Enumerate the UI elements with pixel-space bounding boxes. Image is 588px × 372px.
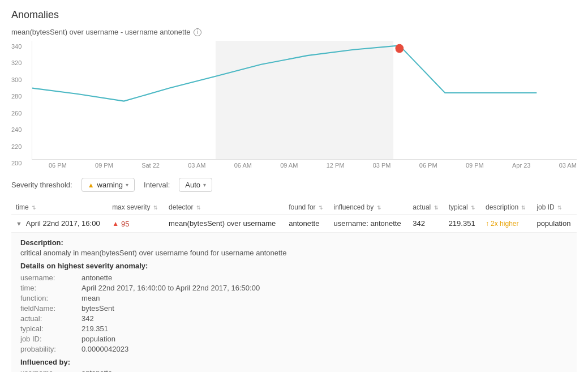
sort-icon-description: ⇅	[521, 205, 526, 211]
th-time[interactable]: time ⇅	[11, 200, 108, 215]
det-value-actual: 342	[81, 314, 568, 323]
description-content: critical anomaly in mean(bytesSent) over…	[20, 249, 286, 257]
det-value-typical: 219.351	[81, 324, 568, 333]
sort-icon-influenced-by: ⇅	[377, 205, 381, 211]
expanded-detail-cell: Description: critical anomaly in mean(by…	[11, 232, 577, 372]
th-influenced-by[interactable]: influenced by ⇅	[329, 200, 408, 215]
det-value-probability: 0.0000042023	[81, 345, 568, 353]
th-detector[interactable]: detector ⇅	[164, 200, 284, 215]
sort-icon-detector: ⇅	[196, 205, 201, 211]
row-found-for: antonette	[284, 215, 329, 233]
arrow-up-icon: ↑	[486, 220, 489, 228]
table-row: ▼ April 22nd 2017, 16:00 ▲ 95 mean(bytes…	[11, 215, 577, 233]
row-time-value: April 22nd 2017, 16:00	[26, 219, 100, 228]
details-section: Details on highest severity anomaly: use…	[20, 262, 568, 353]
det-label-username: username:	[20, 273, 77, 282]
chart-title-container: mean(bytesSent) over username - username…	[11, 28, 577, 36]
influenced-grid: username antonette	[20, 369, 568, 373]
sort-icon-severity: ⇅	[153, 205, 158, 211]
row-detector: mean(bytesSent) over username	[164, 215, 284, 233]
det-value-username: antonette	[81, 273, 568, 282]
det-value-time: April 22nd 2017, 16:40:00 to April 22nd …	[81, 284, 568, 292]
svg-rect-0	[216, 41, 393, 159]
info-icon[interactable]: i	[194, 28, 201, 36]
expanded-detail-row: Description: critical anomaly in mean(by…	[11, 232, 577, 372]
severity-chevron-icon: ▾	[126, 182, 128, 188]
row-max-severity: ▲ 95	[108, 215, 164, 233]
interval-chevron-icon: ▾	[203, 182, 206, 188]
th-actual[interactable]: actual ⇅	[408, 200, 444, 215]
influenced-heading: Influenced by:	[20, 358, 568, 366]
description-heading: Description:	[20, 238, 568, 247]
warning-triangle-icon: ▲	[88, 181, 95, 189]
chart-title-text: mean(bytesSent) over username - username…	[11, 28, 191, 36]
th-job-id[interactable]: job ID ⇅	[532, 200, 577, 215]
higher-badge: ↑ 2x higher	[486, 220, 518, 228]
expand-button[interactable]: ▼	[16, 220, 22, 227]
det-label-fieldname: fieldName:	[20, 304, 77, 313]
table-body: ▼ April 22nd 2017, 16:00 ▲ 95 mean(bytes…	[11, 215, 577, 373]
interval-label: Interval:	[144, 181, 170, 189]
det-label-time: time:	[20, 284, 77, 292]
det-value-jobid: population	[81, 335, 568, 343]
row-actual: 342	[408, 215, 444, 233]
row-job-id: population	[532, 215, 577, 233]
x-axis-labels: 06 PM 09 PM Sat 22 03 AM 06 AM 09 AM 12 …	[32, 162, 577, 169]
severity-value: warning	[97, 181, 123, 189]
influenced-section: Influenced by: username antonette	[20, 358, 568, 373]
sort-icon-job-id: ⇅	[557, 205, 562, 211]
chart-area	[32, 41, 577, 160]
det-value-fieldname: bytesSent	[81, 304, 568, 313]
row-typical: 219.351	[444, 215, 481, 233]
severity-dropdown[interactable]: ▲ warning ▾	[81, 178, 135, 192]
svg-point-1	[396, 44, 404, 53]
severity-number: 95	[121, 220, 129, 228]
inf-label-username: username	[20, 369, 77, 373]
th-description[interactable]: description ⇅	[481, 200, 532, 215]
th-found-for[interactable]: found for ⇅	[284, 200, 329, 215]
det-label-probability: probability:	[20, 345, 77, 353]
details-grid: username: antonette time: April 22nd 201…	[20, 273, 568, 353]
severity-label: Severity threshold:	[11, 181, 72, 189]
details-heading: Details on highest severity anomaly:	[20, 262, 568, 270]
row-time: ▼ April 22nd 2017, 16:00	[11, 215, 108, 233]
description-section: Description: critical anomaly in mean(by…	[20, 238, 568, 257]
table-header: time ⇅ max severity ⇅ detector ⇅ found f…	[11, 200, 577, 215]
severity-badge: ▲ 95	[112, 220, 129, 228]
det-label-jobid: job ID:	[20, 335, 77, 343]
severity-triangle-icon: ▲	[112, 220, 119, 228]
det-label-actual: actual:	[20, 314, 77, 323]
det-label-typical: typical:	[20, 324, 77, 333]
y-axis-labels: 340 320 300 280 260 240 220 200	[11, 41, 22, 169]
sort-icon-time: ⇅	[32, 205, 36, 211]
description-value: 2x higher	[491, 220, 518, 228]
row-influenced-by: username: antonette	[329, 215, 408, 233]
interval-value: Auto	[185, 181, 200, 189]
inf-value-username: antonette	[81, 369, 568, 373]
sort-icon-found-for: ⇅	[319, 205, 323, 211]
th-max-severity[interactable]: max severity ⇅	[108, 200, 164, 215]
controls-bar: Severity threshold: ▲ warning ▾ Interval…	[11, 178, 577, 192]
det-label-function: function:	[20, 294, 77, 302]
chart-svg	[32, 41, 577, 159]
sort-icon-typical: ⇅	[471, 205, 475, 211]
sort-icon-actual: ⇅	[434, 205, 439, 211]
th-typical[interactable]: typical ⇅	[444, 200, 481, 215]
det-value-function: mean	[81, 294, 568, 302]
table-header-row: time ⇅ max severity ⇅ detector ⇅ found f…	[11, 200, 577, 215]
anomalies-table: time ⇅ max severity ⇅ detector ⇅ found f…	[11, 200, 577, 372]
row-description: ↑ 2x higher	[481, 215, 532, 233]
page-title: Anomalies	[11, 9, 577, 21]
interval-dropdown[interactable]: Auto ▾	[179, 178, 212, 192]
